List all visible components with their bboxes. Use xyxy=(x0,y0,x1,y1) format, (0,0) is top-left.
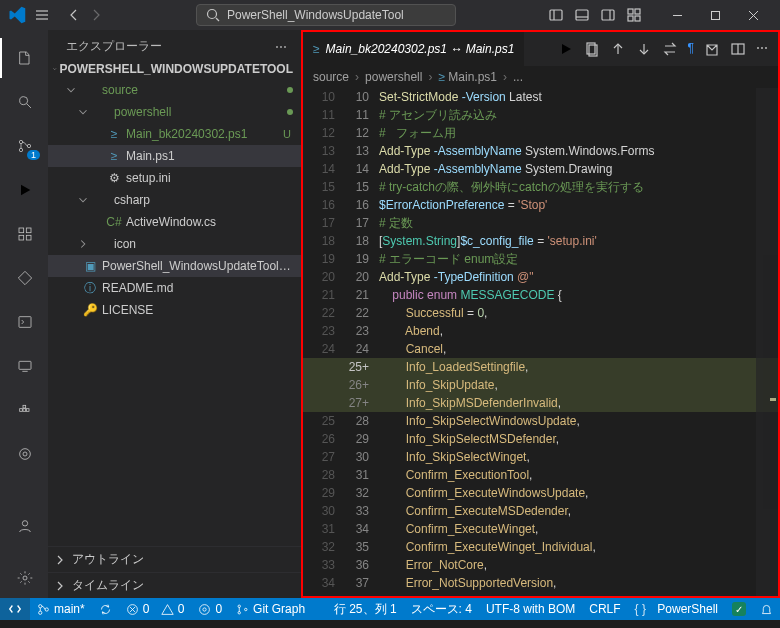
activity-docker[interactable] xyxy=(0,390,48,430)
code-line[interactable]: 3033 Confirm_ExecuteMSDedender, xyxy=(303,502,778,520)
tree-item[interactable]: ≥Main.ps1 xyxy=(48,145,301,167)
indent-status[interactable]: スペース: 4 xyxy=(404,598,479,620)
svg-marker-40 xyxy=(562,44,571,54)
layout-sidebar-right-icon[interactable] xyxy=(600,7,616,23)
code-line[interactable]: 3235 Confirm_ExecuteWinget_Individual, xyxy=(303,538,778,556)
code-area[interactable]: 1010Set-StrictMode -Version Latest1111# … xyxy=(303,88,778,596)
code-line[interactable]: 2629 Info_SkipSelectMSDefender, xyxy=(303,430,778,448)
minimap[interactable] xyxy=(756,88,778,596)
tree-item[interactable]: source xyxy=(48,79,301,101)
whitespace-icon[interactable]: ¶ xyxy=(688,41,694,57)
tree-item[interactable]: ▣PowerShell_WindowsUpdateTool.bat xyxy=(48,255,301,277)
activity-explorer[interactable] xyxy=(0,38,48,78)
arrow-down-icon[interactable] xyxy=(636,41,652,57)
code-line[interactable]: 2932 Confirm_ExecuteWindowsUpdate, xyxy=(303,484,778,502)
open-preview-icon[interactable] xyxy=(704,41,720,57)
code-line[interactable]: 1717# 定数 xyxy=(303,214,778,232)
code-line[interactable]: 1010Set-StrictMode -Version Latest xyxy=(303,88,778,106)
notifications-icon[interactable] xyxy=(753,598,780,620)
port-status[interactable]: 0 xyxy=(191,598,229,620)
activity-remote[interactable] xyxy=(0,346,48,386)
code-line[interactable]: 2424 Cancel, xyxy=(303,340,778,358)
code-line[interactable]: 1111# アセンブリ読み込み xyxy=(303,106,778,124)
breadcrumb-item[interactable]: powershell xyxy=(365,70,422,84)
tree-item[interactable]: 🔑LICENSE xyxy=(48,299,301,321)
code-line[interactable]: 2528 Info_SkipSelectWindowsUpdate, xyxy=(303,412,778,430)
eol-status[interactable]: CRLF xyxy=(582,598,627,620)
code-line[interactable]: 1919# エラーコード enum設定 xyxy=(303,250,778,268)
code-line[interactable]: 3336 Error_NotCore, xyxy=(303,556,778,574)
activity-account[interactable] xyxy=(0,506,48,546)
svg-line-4 xyxy=(216,18,219,21)
tree-item[interactable]: csharp xyxy=(48,189,301,211)
window-minimize[interactable] xyxy=(658,1,696,29)
code-line[interactable]: 3437 Error_NotSupportedVersion, xyxy=(303,574,778,592)
breadcrumb-item[interactable]: source xyxy=(313,70,349,84)
editor-tab[interactable]: ≥ Main_bk20240302.ps1 ↔ Main.ps1 xyxy=(303,32,524,66)
problems-status[interactable]: 0 0 xyxy=(119,598,192,620)
tree-item[interactable]: ⚙setup.ini xyxy=(48,167,301,189)
tree-item[interactable]: ≥Main_bk20240302.ps1U xyxy=(48,123,301,145)
code-line[interactable]: 2831 Confirm_ExecutionTool, xyxy=(303,466,778,484)
activity-terminal[interactable] xyxy=(0,302,48,342)
activity-search[interactable] xyxy=(0,82,48,122)
code-line[interactable]: 1212# フォーム用 xyxy=(303,124,778,142)
activity-scm[interactable]: 1 xyxy=(0,126,48,166)
code-line[interactable]: 26+ Info_SkipUpdate, xyxy=(303,376,778,394)
code-line[interactable]: 1616$ErrorActionPreference = 'Stop' xyxy=(303,196,778,214)
split-editor-icon[interactable] xyxy=(730,41,746,57)
code-line[interactable]: 2222 Successful = 0, xyxy=(303,304,778,322)
git-branch[interactable]: main* xyxy=(30,598,92,620)
go-to-file-icon[interactable] xyxy=(584,41,600,57)
sidebar-root[interactable]: POWERSHELL_WINDOWSUPDATETOOL xyxy=(48,59,301,79)
swap-icon[interactable] xyxy=(662,41,678,57)
code-line[interactable]: 2020Add-Type -TypeDefinition @" xyxy=(303,268,778,286)
code-line[interactable]: 25+ Info_LoadedSettingfile, xyxy=(303,358,778,376)
more-icon[interactable]: ⋯ xyxy=(756,41,768,57)
tree-item[interactable]: C#ActiveWindow.cs xyxy=(48,211,301,233)
tree-item[interactable]: powershell xyxy=(48,101,301,123)
window-maximize[interactable] xyxy=(696,1,734,29)
remote-indicator[interactable] xyxy=(0,598,30,620)
cursor-position[interactable]: 行 25、列 1 xyxy=(327,598,404,620)
sync-status[interactable] xyxy=(92,598,119,620)
activity-extensions[interactable] xyxy=(0,214,48,254)
code-line[interactable]: 2121 public enum MESSAGECODE { xyxy=(303,286,778,304)
code-line[interactable]: 3538 Error_NotWindows xyxy=(303,592,778,596)
tree-item[interactable]: icon xyxy=(48,233,301,255)
code-line[interactable]: 2730 Info_SkipSelectWinget, xyxy=(303,448,778,466)
activity-debug[interactable] xyxy=(0,170,48,210)
activity-settings[interactable] xyxy=(0,558,48,598)
menu-icon[interactable] xyxy=(34,7,50,23)
command-center[interactable]: PowerShell_WindowsUpdateTool xyxy=(196,4,456,26)
layout-panel-icon[interactable] xyxy=(574,7,590,23)
code-line[interactable]: 3134 Confirm_ExecuteWinget, xyxy=(303,520,778,538)
code-line[interactable]: 1414Add-Type -AssemblyName System.Drawin… xyxy=(303,160,778,178)
code-line[interactable]: 1515# try-catchの際、例外時にcatchの処理を実行する xyxy=(303,178,778,196)
activity-kubernetes[interactable] xyxy=(0,434,48,474)
code-line[interactable]: 2323 Abend, xyxy=(303,322,778,340)
git-graph[interactable]: Git Graph xyxy=(229,598,312,620)
encoding-status[interactable]: UTF-8 with BOM xyxy=(479,598,582,620)
sidebar-more-icon[interactable]: ⋯ xyxy=(275,40,287,54)
tree-item[interactable]: ⓘREADME.md xyxy=(48,277,301,299)
nav-back[interactable] xyxy=(66,7,82,23)
customize-layout-icon[interactable] xyxy=(626,7,642,23)
language-mode[interactable]: { } PowerShell xyxy=(628,598,725,620)
outline-section[interactable]: アウトライン xyxy=(48,546,301,572)
run-icon[interactable] xyxy=(558,41,574,57)
layout-sidebar-left-icon[interactable] xyxy=(548,7,564,23)
activity-git[interactable] xyxy=(0,258,48,298)
nav-forward[interactable] xyxy=(88,7,104,23)
code-line[interactable]: 1313Add-Type -AssemblyName System.Window… xyxy=(303,142,778,160)
code-line[interactable]: 27+ Info_SkipMSDefenderInvalid, xyxy=(303,394,778,412)
breadcrumb[interactable]: source›powershell›≥ Main.ps1›... xyxy=(303,66,778,88)
window-close[interactable] xyxy=(734,1,772,29)
breadcrumb-item[interactable]: ... xyxy=(513,70,523,84)
breadcrumb-item[interactable]: ≥ Main.ps1 xyxy=(438,70,497,84)
timeline-section[interactable]: タイムライン xyxy=(48,572,301,598)
arrow-up-icon[interactable] xyxy=(610,41,626,57)
svg-point-53 xyxy=(203,607,206,610)
code-line[interactable]: 1818[System.String]$c_config_file = 'set… xyxy=(303,232,778,250)
prettier-status[interactable]: ✓ xyxy=(725,598,753,620)
